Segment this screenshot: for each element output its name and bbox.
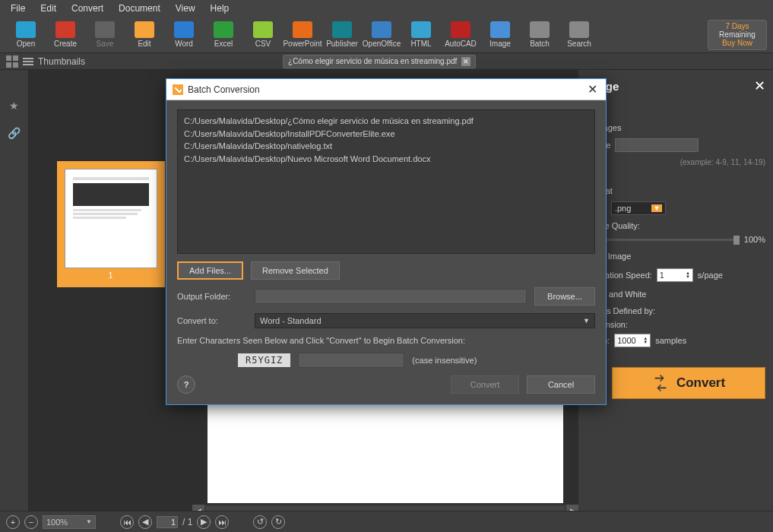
- next-page-button[interactable]: ▶: [197, 515, 211, 529]
- tool-label: HTML: [410, 40, 431, 48]
- first-page-button[interactable]: ⏮: [120, 515, 134, 529]
- tool-label: Create: [54, 40, 77, 48]
- grid-view-icon[interactable]: [6, 55, 18, 68]
- file-list-item[interactable]: C:/Users/Malavida/Desktop/InstallPDFConv…: [184, 128, 588, 141]
- create-icon: [55, 21, 75, 38]
- page-thumbnail[interactable]: 1: [57, 161, 165, 287]
- app-logo-icon: [173, 84, 183, 95]
- tool-powerpoint[interactable]: PowerPoint: [283, 21, 322, 48]
- left-sidebar: ★ 🔗: [0, 70, 29, 517]
- tool-search[interactable]: Search: [559, 21, 599, 48]
- last-page-button[interactable]: ⏭: [215, 515, 229, 529]
- rotate-cw-button[interactable]: ↻: [271, 515, 285, 529]
- tool-label: AutoCAD: [445, 40, 477, 48]
- prev-page-button[interactable]: ◀: [138, 515, 152, 529]
- page-image-label: Page Image: [586, 252, 765, 261]
- anim-speed-input[interactable]: 1 ▲▼: [657, 268, 693, 282]
- tool-csv[interactable]: CSV: [243, 21, 283, 48]
- range-input[interactable]: [615, 138, 699, 152]
- batch-conversion-dialog: Batch Conversion ✕ C:/Users/Malavida/Des…: [166, 78, 607, 405]
- zoom-out-button[interactable]: −: [24, 515, 38, 529]
- trial-days: 7 Days: [708, 22, 766, 30]
- autocad-icon: [451, 21, 470, 38]
- zoom-select[interactable]: 100%▼: [43, 515, 96, 529]
- format-label: Format: [586, 186, 765, 195]
- search-icon: [569, 21, 589, 38]
- tool-html[interactable]: HTML: [401, 21, 441, 48]
- quality-slider[interactable]: [586, 239, 740, 241]
- area-section-label: Area: [586, 105, 765, 114]
- rotate-ccw-button[interactable]: ↺: [253, 515, 267, 529]
- convert-button[interactable]: Convert: [612, 367, 765, 399]
- file-list[interactable]: C:/Users/Malavida/Desktop/¿Cómo elegir s…: [177, 109, 595, 254]
- dropdown-caret-icon: ▼: [583, 317, 590, 325]
- width-input[interactable]: 1000 ▲▼: [614, 334, 651, 347]
- menu-bar: File Edit Convert Document View Help: [0, 0, 773, 17]
- all-pages-option[interactable]: All Pages: [586, 123, 765, 132]
- menu-edit[interactable]: Edit: [33, 3, 64, 14]
- dialog-convert-button[interactable]: Convert: [451, 375, 519, 394]
- output-folder-label: Output Folder:: [177, 292, 247, 301]
- captcha-input[interactable]: [298, 353, 404, 368]
- tool-batch[interactable]: Batch: [520, 21, 559, 48]
- tool-publisher[interactable]: Publisher: [322, 21, 362, 48]
- tool-word[interactable]: Word: [164, 21, 204, 48]
- close-panel-icon[interactable]: ✕: [754, 78, 765, 94]
- file-list-item[interactable]: C:/Users/Malavida/Desktop/Nuevo Microsof…: [184, 153, 588, 166]
- tool-image[interactable]: Image: [480, 21, 520, 48]
- browse-button[interactable]: Browse...: [534, 287, 595, 306]
- add-files-button[interactable]: Add Files...: [177, 261, 243, 280]
- bw-label: Black and White: [586, 290, 765, 299]
- quality-label: Image Quality:: [586, 221, 765, 230]
- menu-document[interactable]: Document: [111, 3, 168, 14]
- tool-excel[interactable]: Excel: [204, 21, 243, 48]
- menu-help[interactable]: Help: [203, 3, 237, 14]
- zoom-in-button[interactable]: +: [6, 515, 20, 529]
- tool-label: Excel: [214, 40, 233, 48]
- image-icon: [490, 21, 510, 38]
- openoffice-icon: [372, 21, 391, 38]
- dialog-close-icon[interactable]: ✕: [585, 82, 600, 97]
- menu-convert[interactable]: Convert: [64, 3, 111, 14]
- convert-icon: [652, 375, 669, 391]
- trial-remaining: Remaining: [708, 30, 766, 39]
- tool-label: PowerPoint: [283, 40, 322, 48]
- tool-autocad[interactable]: AutoCAD: [441, 21, 480, 48]
- remove-selected-button[interactable]: Remove Selected: [251, 261, 340, 280]
- thumbnails-icon[interactable]: [8, 74, 21, 87]
- tool-label: Publisher: [326, 40, 358, 48]
- document-tab[interactable]: ¿Cómo elegir servicio de música en strea…: [283, 55, 476, 68]
- publisher-icon: [332, 21, 352, 38]
- anim-unit: s/page: [698, 271, 723, 280]
- dialog-titlebar: Batch Conversion ✕: [166, 79, 606, 100]
- type-select[interactable]: .png ▼: [611, 201, 666, 215]
- tool-open[interactable]: Open: [6, 21, 46, 48]
- close-tab-icon[interactable]: ✕: [461, 57, 470, 66]
- tool-edit[interactable]: Edit: [125, 21, 164, 48]
- captcha-display: R5YGIZ: [238, 353, 290, 367]
- html-icon: [411, 21, 431, 38]
- dialog-cancel-button[interactable]: Cancel: [527, 375, 595, 394]
- save-icon: [95, 21, 115, 38]
- tool-save[interactable]: Save: [85, 21, 125, 48]
- attachment-icon[interactable]: 🔗: [6, 125, 23, 141]
- batch-icon: [530, 21, 550, 38]
- menu-view[interactable]: View: [168, 3, 203, 14]
- star-icon[interactable]: ★: [6, 97, 23, 114]
- list-view-icon[interactable]: [23, 58, 33, 65]
- convert-to-select[interactable]: Word - Standard ▼: [255, 313, 595, 328]
- tool-label: OpenOffice: [363, 40, 401, 48]
- thumbnail-preview: [65, 169, 157, 268]
- tool-openoffice[interactable]: OpenOffice: [362, 21, 401, 48]
- dialog-help-icon[interactable]: ?: [177, 375, 195, 394]
- output-folder-input[interactable]: [255, 289, 527, 304]
- page-number-input[interactable]: [157, 516, 178, 528]
- samples-label: samples: [655, 336, 686, 345]
- buy-now-panel[interactable]: 7 Days Remaining Buy Now: [708, 20, 767, 50]
- file-list-item[interactable]: C:/Users/Malavida/Desktop/¿Cómo elegir s…: [184, 115, 588, 128]
- tool-label: Image: [489, 40, 511, 48]
- menu-file[interactable]: File: [3, 3, 33, 14]
- file-list-item[interactable]: C:/Users/Malavida/Desktop/nativelog.txt: [184, 140, 588, 153]
- tool-create[interactable]: Create: [46, 21, 85, 48]
- toolbar: OpenCreateSaveEditWordExcelCSVPowerPoint…: [0, 17, 773, 53]
